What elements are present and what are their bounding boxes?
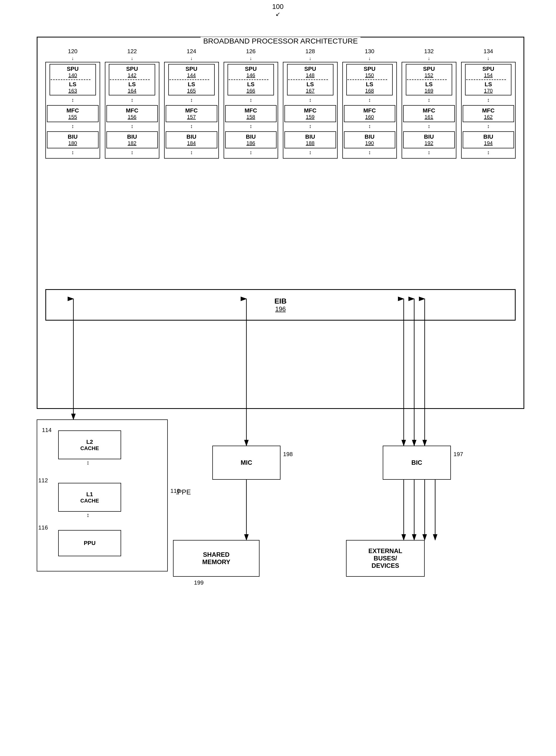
spu-ls-arrow-5: ↕ xyxy=(368,97,371,103)
ref-100-arrow: ↙ xyxy=(276,11,280,17)
biu-eib-arrow-1: ↕ xyxy=(131,149,133,156)
spu-dashed-6 xyxy=(407,79,447,80)
ls-label-7: LS xyxy=(466,81,510,88)
biu-eib-arrow-7: ↕ xyxy=(487,149,490,156)
mfc-num-5: 160 xyxy=(345,114,394,120)
l1-cache-box: L1 CACHE xyxy=(58,483,121,512)
spu-top-box-7: SPU 154 LS 170 xyxy=(465,64,512,95)
ext-buses-line1: EXTERNAL xyxy=(368,547,402,555)
mfc-box-4: MFC 159 xyxy=(284,105,336,122)
spu-num-2: 144 xyxy=(169,72,214,78)
spu-col-arrow-3: ↓ xyxy=(249,56,252,61)
biu-num-7: 194 xyxy=(464,140,513,146)
spu-col-arrow-7: ↓ xyxy=(487,56,489,61)
spu-ls-arrow-7: ↕ xyxy=(487,97,490,103)
shared-memory-line2: MEMORY xyxy=(202,558,230,566)
mfc-biu-arrow-0: ↕ xyxy=(71,123,74,129)
mfc-num-3: 158 xyxy=(226,114,276,120)
spu-inner-box-2: SPU 144 LS 165 ↕ MFC 157 ↕ BIU 184 ↕ xyxy=(164,62,219,159)
eib-num: 196 xyxy=(275,305,286,313)
l2-cache-sublabel: CACHE xyxy=(80,445,99,451)
ppu-box: PPU xyxy=(58,530,121,556)
spu-ls-arrow-1: ↕ xyxy=(131,97,133,103)
biu-num-0: 180 xyxy=(48,140,98,146)
main-box-title: BROADBAND PROCESSOR ARCHITECTURE xyxy=(201,37,360,45)
biu-box-0: BIU 180 xyxy=(47,131,99,148)
mfc-box-6: MFC 161 xyxy=(403,105,455,122)
mfc-label-2: MFC xyxy=(167,107,216,114)
biu-eib-arrow-5: ↕ xyxy=(368,149,371,156)
l1-label: L1 xyxy=(86,491,93,498)
spu-num-4: 148 xyxy=(288,72,333,78)
spu-top-box-5: SPU 150 LS 168 xyxy=(346,64,393,95)
spu-col-ref-1: 122 xyxy=(127,48,137,55)
spu-label-2: SPU xyxy=(169,66,214,72)
ls-num-7: 170 xyxy=(466,88,510,94)
spu-dashed-0 xyxy=(50,79,91,80)
ref-197: 197 xyxy=(453,451,463,458)
ls-num-6: 169 xyxy=(407,88,451,94)
mfc-box-2: MFC 157 xyxy=(166,105,217,122)
ls-num-0: 163 xyxy=(50,88,95,94)
biu-label-7: BIU xyxy=(464,133,513,140)
spu-dashed-5 xyxy=(347,79,387,80)
spu-col-3: 126 ↓ SPU 146 LS 166 ↕ MFC 158 ↕ BIU xyxy=(223,48,278,159)
biu-label-0: BIU xyxy=(48,133,98,140)
biu-label-3: BIU xyxy=(226,133,276,140)
spu-inner-box-7: SPU 154 LS 170 ↕ MFC 162 ↕ BIU 194 ↕ xyxy=(461,62,516,159)
biu-num-4: 188 xyxy=(285,140,335,146)
spu-dashed-7 xyxy=(466,79,506,80)
spu-col-5: 130 ↓ SPU 150 LS 168 ↕ MFC 160 ↕ BIU xyxy=(342,48,397,159)
spu-top-box-3: SPU 146 LS 166 xyxy=(228,64,274,95)
spu-col-ref-5: 130 xyxy=(364,48,374,55)
mfc-box-1: MFC 156 xyxy=(106,105,158,122)
spu-dashed-1 xyxy=(110,79,150,80)
spu-col-0: 120 ↓ SPU 140 LS 163 ↕ MFC 155 ↕ BIU xyxy=(45,48,100,159)
mfc-box-5: MFC 160 xyxy=(344,105,395,122)
mfc-biu-arrow-7: ↕ xyxy=(487,123,490,129)
ls-num-3: 166 xyxy=(229,88,273,94)
spu-ls-arrow-0: ↕ xyxy=(71,97,74,103)
biu-eib-arrow-3: ↕ xyxy=(249,149,252,156)
ls-label-6: LS xyxy=(407,81,451,88)
biu-eib-arrow-0: ↕ xyxy=(71,149,74,156)
biu-box-4: BIU 188 xyxy=(284,131,336,148)
spu-label-5: SPU xyxy=(347,66,392,72)
mfc-num-2: 157 xyxy=(167,114,216,120)
mfc-label-5: MFC xyxy=(345,107,394,114)
shared-memory-box: SHARED MEMORY xyxy=(173,540,259,577)
biu-label-1: BIU xyxy=(107,133,157,140)
spu-inner-box-6: SPU 152 LS 169 ↕ MFC 161 ↕ BIU 192 ↕ xyxy=(402,62,456,159)
biu-eib-arrow-4: ↕ xyxy=(309,149,311,156)
mfc-label-1: MFC xyxy=(107,107,157,114)
mfc-label-7: MFC xyxy=(464,107,513,114)
biu-num-5: 190 xyxy=(345,140,394,146)
spu-num-6: 152 xyxy=(407,72,451,78)
spu-inner-box-3: SPU 146 LS 166 ↕ MFC 158 ↕ BIU 186 ↕ xyxy=(223,62,278,159)
spu-columns: 120 ↓ SPU 140 LS 163 ↕ MFC 155 ↕ BIU xyxy=(45,48,516,159)
biu-num-2: 184 xyxy=(167,140,216,146)
biu-label-2: BIU xyxy=(167,133,216,140)
spu-inner-box-1: SPU 142 LS 164 ↕ MFC 156 ↕ BIU 182 ↕ xyxy=(105,62,160,159)
spu-col-arrow-4: ↓ xyxy=(309,56,311,61)
ref-199: 199 xyxy=(194,579,204,586)
spu-inner-box-0: SPU 140 LS 163 ↕ MFC 155 ↕ BIU 180 ↕ xyxy=(45,62,100,159)
mfc-biu-arrow-3: ↕ xyxy=(249,123,252,129)
ls-num-4: 167 xyxy=(288,88,333,94)
spu-top-box-0: SPU 140 LS 163 xyxy=(49,64,96,95)
spu-col-ref-6: 132 xyxy=(424,48,434,55)
spu-col-arrow-1: ↓ xyxy=(131,56,133,61)
ppe-outer-box: L2 CACHE ↕ L1 CACHE ↕ PPU PPE ← xyxy=(37,419,168,572)
eib-box: EIB 196 xyxy=(45,289,516,320)
biu-num-1: 182 xyxy=(107,140,157,146)
spu-label-0: SPU xyxy=(50,66,95,72)
ext-buses-line3: DEVICES xyxy=(368,562,402,570)
spu-num-1: 142 xyxy=(110,72,154,78)
biu-label-6: BIU xyxy=(404,133,454,140)
biu-box-6: BIU 192 xyxy=(403,131,455,148)
ref-114: 114 xyxy=(42,427,51,434)
spu-top-box-6: SPU 152 LS 169 xyxy=(406,64,452,95)
spu-col-7: 134 ↓ SPU 154 LS 170 ↕ MFC 162 ↕ BIU xyxy=(461,48,516,159)
l1-ppu-arrow: ↕ xyxy=(86,512,90,518)
biu-box-1: BIU 182 xyxy=(106,131,158,148)
